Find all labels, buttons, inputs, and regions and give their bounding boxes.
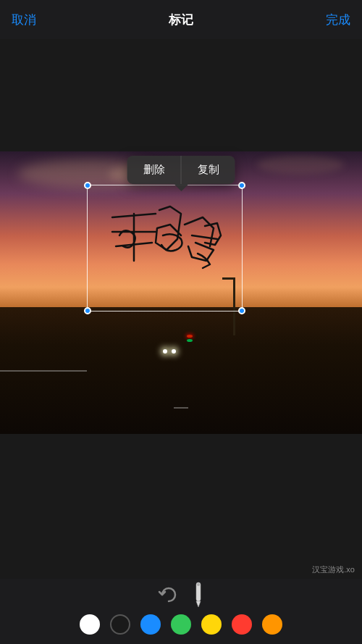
dark-bottom-area xyxy=(0,434,362,574)
color-white[interactable] xyxy=(80,614,100,635)
header: 取消 标记 完成 xyxy=(0,0,362,39)
bottom-toolbar xyxy=(0,579,362,644)
cloud-3 xyxy=(257,156,344,174)
color-blue[interactable] xyxy=(140,614,161,635)
color-red[interactable] xyxy=(232,614,252,635)
dark-top-area xyxy=(0,39,362,151)
handle-bottom-right[interactable] xyxy=(238,307,245,314)
context-menu: 删除 复制 xyxy=(127,156,235,184)
undo-icon xyxy=(156,585,177,605)
undo-button[interactable] xyxy=(156,585,177,605)
selection-box[interactable] xyxy=(87,185,243,311)
tools-row xyxy=(156,581,206,609)
done-button[interactable]: 完成 xyxy=(326,12,350,28)
headlight-right xyxy=(172,349,176,354)
svg-point-2 xyxy=(197,583,200,586)
watermark: 汉宝游戏.xo xyxy=(312,564,355,575)
color-orange[interactable] xyxy=(262,614,282,635)
handle-top-right[interactable] xyxy=(238,182,245,189)
handle-top-left[interactable] xyxy=(84,182,91,189)
road-line xyxy=(174,407,188,409)
traffic-light xyxy=(188,335,191,343)
delete-button[interactable]: 删除 xyxy=(127,156,182,184)
handle-bottom-left[interactable] xyxy=(84,307,91,314)
pen-tool-button[interactable] xyxy=(191,581,206,609)
color-yellow[interactable] xyxy=(201,614,222,635)
pen-icon xyxy=(191,581,206,609)
color-green[interactable] xyxy=(171,614,191,635)
cancel-button[interactable]: 取消 xyxy=(12,12,36,28)
svg-marker-1 xyxy=(196,601,201,607)
color-picker-row xyxy=(80,614,282,635)
color-black[interactable] xyxy=(110,614,130,635)
car-lights xyxy=(163,349,177,355)
headlight-left xyxy=(163,349,167,354)
copy-button[interactable]: 复制 xyxy=(182,156,235,184)
fence xyxy=(0,370,87,392)
page-title: 标记 xyxy=(169,12,193,28)
